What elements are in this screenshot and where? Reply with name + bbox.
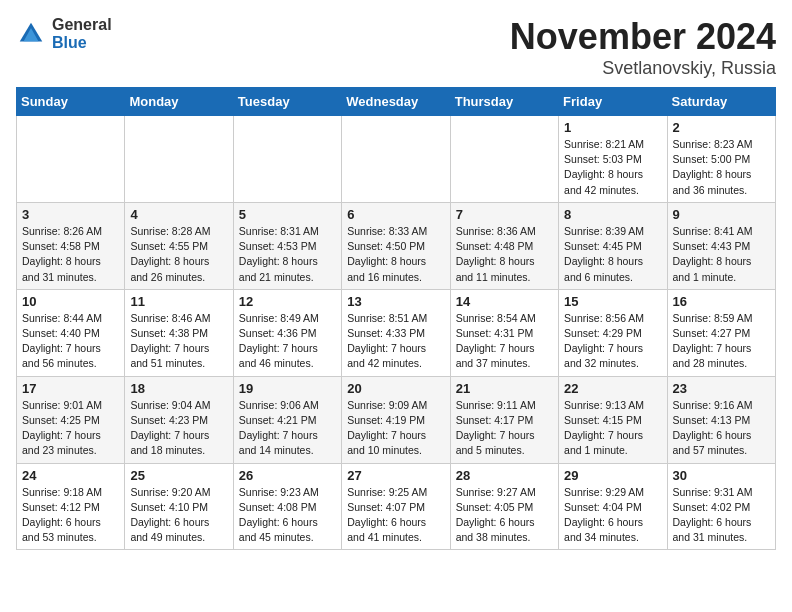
day-info: Sunrise: 8:26 AM Sunset: 4:58 PM Dayligh… [22,224,119,285]
day-number: 12 [239,294,336,309]
day-info: Sunrise: 9:11 AM Sunset: 4:17 PM Dayligh… [456,398,553,459]
day-info: Sunrise: 9:25 AM Sunset: 4:07 PM Dayligh… [347,485,444,546]
calendar-week-row: 24Sunrise: 9:18 AM Sunset: 4:12 PM Dayli… [17,463,776,550]
day-number: 25 [130,468,227,483]
day-info: Sunrise: 9:13 AM Sunset: 4:15 PM Dayligh… [564,398,661,459]
calendar-cell: 23Sunrise: 9:16 AM Sunset: 4:13 PM Dayli… [667,376,775,463]
day-number: 16 [673,294,770,309]
day-info: Sunrise: 9:06 AM Sunset: 4:21 PM Dayligh… [239,398,336,459]
day-info: Sunrise: 9:16 AM Sunset: 4:13 PM Dayligh… [673,398,770,459]
day-info: Sunrise: 9:18 AM Sunset: 4:12 PM Dayligh… [22,485,119,546]
day-info: Sunrise: 9:27 AM Sunset: 4:05 PM Dayligh… [456,485,553,546]
header: General Blue November 2024 Svetlanovskiy… [16,16,776,79]
calendar-cell: 16Sunrise: 8:59 AM Sunset: 4:27 PM Dayli… [667,289,775,376]
day-info: Sunrise: 9:09 AM Sunset: 4:19 PM Dayligh… [347,398,444,459]
day-number: 30 [673,468,770,483]
calendar-cell: 18Sunrise: 9:04 AM Sunset: 4:23 PM Dayli… [125,376,233,463]
calendar-cell: 24Sunrise: 9:18 AM Sunset: 4:12 PM Dayli… [17,463,125,550]
title-section: November 2024 Svetlanovskiy, Russia [510,16,776,79]
location-title: Svetlanovskiy, Russia [510,58,776,79]
day-number: 17 [22,381,119,396]
day-number: 1 [564,120,661,135]
calendar-week-row: 1Sunrise: 8:21 AM Sunset: 5:03 PM Daylig… [17,116,776,203]
day-info: Sunrise: 8:36 AM Sunset: 4:48 PM Dayligh… [456,224,553,285]
day-number: 4 [130,207,227,222]
calendar-cell [125,116,233,203]
calendar-cell: 14Sunrise: 8:54 AM Sunset: 4:31 PM Dayli… [450,289,558,376]
day-number: 22 [564,381,661,396]
calendar-table: SundayMondayTuesdayWednesdayThursdayFrid… [16,87,776,550]
day-info: Sunrise: 8:39 AM Sunset: 4:45 PM Dayligh… [564,224,661,285]
calendar-cell: 22Sunrise: 9:13 AM Sunset: 4:15 PM Dayli… [559,376,667,463]
calendar-cell: 3Sunrise: 8:26 AM Sunset: 4:58 PM Daylig… [17,202,125,289]
calendar-week-row: 3Sunrise: 8:26 AM Sunset: 4:58 PM Daylig… [17,202,776,289]
day-info: Sunrise: 8:49 AM Sunset: 4:36 PM Dayligh… [239,311,336,372]
day-number: 5 [239,207,336,222]
logo-general: General [52,16,112,34]
day-info: Sunrise: 8:51 AM Sunset: 4:33 PM Dayligh… [347,311,444,372]
calendar-cell: 26Sunrise: 9:23 AM Sunset: 4:08 PM Dayli… [233,463,341,550]
weekday-header-row: SundayMondayTuesdayWednesdayThursdayFrid… [17,88,776,116]
weekday-header: Wednesday [342,88,450,116]
day-number: 8 [564,207,661,222]
weekday-header: Thursday [450,88,558,116]
calendar-cell: 5Sunrise: 8:31 AM Sunset: 4:53 PM Daylig… [233,202,341,289]
day-number: 3 [22,207,119,222]
day-number: 6 [347,207,444,222]
day-number: 29 [564,468,661,483]
day-number: 24 [22,468,119,483]
day-info: Sunrise: 9:31 AM Sunset: 4:02 PM Dayligh… [673,485,770,546]
day-info: Sunrise: 8:28 AM Sunset: 4:55 PM Dayligh… [130,224,227,285]
calendar-cell: 21Sunrise: 9:11 AM Sunset: 4:17 PM Dayli… [450,376,558,463]
day-number: 14 [456,294,553,309]
day-info: Sunrise: 8:54 AM Sunset: 4:31 PM Dayligh… [456,311,553,372]
calendar-cell: 13Sunrise: 8:51 AM Sunset: 4:33 PM Dayli… [342,289,450,376]
calendar-cell: 29Sunrise: 9:29 AM Sunset: 4:04 PM Dayli… [559,463,667,550]
calendar-cell [233,116,341,203]
day-number: 15 [564,294,661,309]
calendar-cell: 8Sunrise: 8:39 AM Sunset: 4:45 PM Daylig… [559,202,667,289]
logo: General Blue [16,16,112,51]
day-number: 28 [456,468,553,483]
calendar-cell: 12Sunrise: 8:49 AM Sunset: 4:36 PM Dayli… [233,289,341,376]
day-number: 13 [347,294,444,309]
calendar-cell: 10Sunrise: 8:44 AM Sunset: 4:40 PM Dayli… [17,289,125,376]
day-info: Sunrise: 8:23 AM Sunset: 5:00 PM Dayligh… [673,137,770,198]
calendar-cell: 20Sunrise: 9:09 AM Sunset: 4:19 PM Dayli… [342,376,450,463]
day-number: 20 [347,381,444,396]
calendar-cell: 25Sunrise: 9:20 AM Sunset: 4:10 PM Dayli… [125,463,233,550]
day-info: Sunrise: 8:44 AM Sunset: 4:40 PM Dayligh… [22,311,119,372]
day-info: Sunrise: 8:46 AM Sunset: 4:38 PM Dayligh… [130,311,227,372]
calendar-cell: 15Sunrise: 8:56 AM Sunset: 4:29 PM Dayli… [559,289,667,376]
calendar-cell: 17Sunrise: 9:01 AM Sunset: 4:25 PM Dayli… [17,376,125,463]
calendar-cell: 19Sunrise: 9:06 AM Sunset: 4:21 PM Dayli… [233,376,341,463]
logo-text: General Blue [52,16,112,51]
day-number: 9 [673,207,770,222]
day-number: 23 [673,381,770,396]
calendar-cell: 9Sunrise: 8:41 AM Sunset: 4:43 PM Daylig… [667,202,775,289]
day-info: Sunrise: 8:21 AM Sunset: 5:03 PM Dayligh… [564,137,661,198]
weekday-header: Monday [125,88,233,116]
calendar-cell: 28Sunrise: 9:27 AM Sunset: 4:05 PM Dayli… [450,463,558,550]
day-info: Sunrise: 9:04 AM Sunset: 4:23 PM Dayligh… [130,398,227,459]
calendar-cell: 2Sunrise: 8:23 AM Sunset: 5:00 PM Daylig… [667,116,775,203]
weekday-header: Saturday [667,88,775,116]
weekday-header: Tuesday [233,88,341,116]
day-info: Sunrise: 8:59 AM Sunset: 4:27 PM Dayligh… [673,311,770,372]
calendar-cell [450,116,558,203]
calendar-cell: 4Sunrise: 8:28 AM Sunset: 4:55 PM Daylig… [125,202,233,289]
calendar-cell: 6Sunrise: 8:33 AM Sunset: 4:50 PM Daylig… [342,202,450,289]
day-number: 26 [239,468,336,483]
day-number: 2 [673,120,770,135]
day-info: Sunrise: 8:56 AM Sunset: 4:29 PM Dayligh… [564,311,661,372]
day-info: Sunrise: 8:31 AM Sunset: 4:53 PM Dayligh… [239,224,336,285]
day-number: 27 [347,468,444,483]
day-number: 10 [22,294,119,309]
day-info: Sunrise: 9:23 AM Sunset: 4:08 PM Dayligh… [239,485,336,546]
day-info: Sunrise: 9:01 AM Sunset: 4:25 PM Dayligh… [22,398,119,459]
day-info: Sunrise: 8:33 AM Sunset: 4:50 PM Dayligh… [347,224,444,285]
day-number: 19 [239,381,336,396]
calendar-cell: 7Sunrise: 8:36 AM Sunset: 4:48 PM Daylig… [450,202,558,289]
calendar-cell: 30Sunrise: 9:31 AM Sunset: 4:02 PM Dayli… [667,463,775,550]
month-title: November 2024 [510,16,776,58]
